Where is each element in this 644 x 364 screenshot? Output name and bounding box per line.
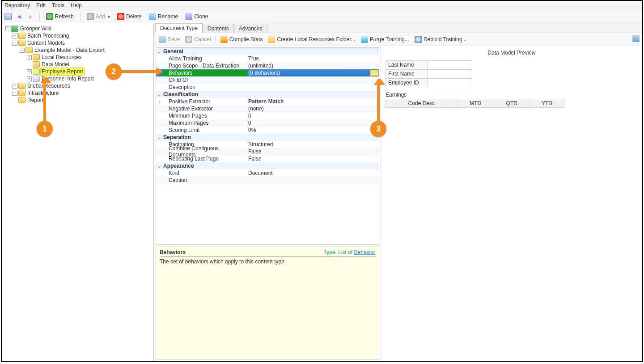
folder-icon (18, 33, 25, 39)
tree-root[interactable]: Grooper Wiki (19, 25, 52, 32)
prop-behaviors[interactable]: Behaviors (162, 70, 247, 76)
tree-content-models[interactable]: Content Models (26, 39, 66, 47)
save-button[interactable]: Save (157, 35, 182, 44)
tree-example-model[interactable]: Example Model - Data Export (34, 47, 106, 54)
clone-button[interactable]: Clone (183, 12, 210, 21)
field-last-name-label: Last Name (386, 60, 428, 69)
group-appearance[interactable]: Appearance (162, 163, 247, 169)
tree-data-model[interactable]: Data Model (41, 61, 70, 68)
clone-icon (185, 13, 192, 20)
right-toolbar: Save Cancel Compile Stats Create Local R… (154, 33, 642, 46)
menu-bar: Repository Edit Tools Help (2, 1, 642, 10)
doc-icon (33, 68, 40, 75)
callout-2: 2 (106, 63, 122, 80)
tree-pane: −Grooper Wiki +Batch Processing −Content… (2, 23, 154, 361)
prop-max-pages[interactable]: Maximum Pages (162, 120, 247, 126)
cancel-icon (185, 36, 192, 43)
folder-icon (33, 54, 40, 60)
menu-tools[interactable]: Tools (52, 2, 64, 8)
col-mtd[interactable]: MTD (457, 99, 494, 108)
folder-icon (33, 61, 40, 68)
delete-icon (117, 13, 124, 20)
earnings-table: Code Desc MTD QTD YTD (386, 99, 564, 108)
prop-repeating[interactable]: Repeating Last Page (162, 156, 247, 162)
tree-batch-processing[interactable]: Batch Processing (26, 32, 70, 39)
folder-icon (18, 83, 25, 89)
tree-global-resources[interactable]: Global Resources (26, 82, 71, 89)
create-local-resources-button[interactable]: Create Local Resources Folder... (266, 35, 357, 44)
prop-kind[interactable]: Kind (162, 170, 247, 176)
refresh-icon (46, 13, 53, 20)
cancel-button[interactable]: Cancel (183, 35, 212, 44)
save-icon (159, 36, 166, 43)
tab-document-type[interactable]: Document Type (155, 23, 203, 33)
add-button[interactable]: Add (85, 12, 112, 21)
add-icon (87, 13, 94, 20)
property-grid[interactable]: ⌄General Allow TrainingTrue Page Scope -… (156, 47, 379, 245)
purge-icon (361, 36, 368, 43)
folder-icon (25, 47, 33, 53)
callout-2-arrow (122, 70, 157, 73)
field-last-name-input[interactable] (428, 60, 472, 69)
callout-1-arrow (43, 78, 46, 121)
prop-positive-extractor[interactable]: Positive Extractor (162, 98, 247, 105)
desc-body: The set of behaviors which apply to this… (160, 258, 375, 265)
prop-negative-extractor[interactable]: Negative Extractor (162, 106, 247, 112)
group-separation[interactable]: Separation (162, 134, 247, 140)
chart-icon (220, 36, 228, 43)
tab-advanced[interactable]: Advanced (234, 24, 267, 33)
menu-help[interactable]: Help (71, 2, 82, 8)
menu-edit[interactable]: Edit (36, 2, 46, 8)
nav-forward-button[interactable]: ► (27, 13, 35, 20)
menu-repository[interactable]: Repository (4, 2, 30, 8)
group-general[interactable]: General (162, 48, 247, 55)
prop-min-pages[interactable]: Minimum Pages (162, 113, 247, 119)
description-panel: Behaviors Type: List of Behavior The set… (156, 246, 379, 360)
group-classification[interactable]: Classification (162, 91, 247, 97)
prop-page-scope[interactable]: Page Scope - Data Extraction (162, 63, 247, 69)
prop-allow-training[interactable]: Allow Training (162, 55, 247, 62)
desc-type-link[interactable]: Behavior (354, 249, 375, 255)
tabs: Document Type Contents Advanced (154, 23, 642, 33)
tree[interactable]: −Grooper Wiki +Batch Processing −Content… (4, 25, 153, 104)
rebuild-training-button[interactable]: Rebuild Training... (413, 35, 469, 44)
purge-training-button[interactable]: Purge Training... (359, 35, 411, 44)
col-code-desc[interactable]: Code Desc (386, 99, 458, 108)
field-employee-id-label: Employee ID (386, 78, 428, 87)
col-qtd[interactable]: QTD (494, 99, 530, 108)
doc-icon (33, 76, 40, 82)
callout-3: 3 (370, 121, 386, 137)
delete-button[interactable]: Delete (115, 12, 144, 21)
settings-icon[interactable] (632, 35, 640, 42)
prop-scoring-limit[interactable]: Scoring Limit (162, 127, 247, 133)
field-employee-id-input[interactable] (428, 78, 472, 87)
prop-caption[interactable]: Caption (162, 177, 247, 183)
folder-icon (18, 40, 25, 46)
desc-title: Behaviors (160, 249, 186, 255)
field-first-name-input[interactable] (428, 69, 472, 78)
folder-icon (18, 90, 25, 96)
compile-stats-button[interactable]: Compile Stats (219, 35, 265, 44)
root-icon (11, 25, 18, 32)
main-toolbar: ◄ ► Refresh Add Delete Rename Clone (2, 10, 642, 23)
callout-3-arrow (377, 80, 380, 121)
prop-description[interactable]: Description (162, 84, 247, 90)
nav-back-button[interactable]: ◄ (15, 13, 23, 20)
folder-icon (18, 97, 25, 103)
preview-title: Data Model Preview (386, 50, 638, 56)
earnings-label: Earnings (386, 92, 638, 98)
folder-icon (268, 36, 275, 43)
field-first-name-label: First Name (386, 69, 428, 78)
preview-panel: Data Model Preview Last Name First Name … (381, 46, 642, 361)
window-icon[interactable] (4, 13, 12, 20)
col-ytd[interactable]: YTD (530, 99, 564, 108)
rename-icon (149, 13, 156, 20)
tab-contents[interactable]: Contents (203, 24, 234, 33)
prop-child-of[interactable]: Child Of (162, 77, 247, 83)
rebuild-icon (415, 36, 422, 43)
refresh-button[interactable]: Refresh (44, 12, 76, 21)
callout-1: 1 (37, 121, 53, 137)
rename-button[interactable]: Rename (147, 12, 180, 21)
tree-local-resources[interactable]: Local Resources (41, 54, 82, 61)
